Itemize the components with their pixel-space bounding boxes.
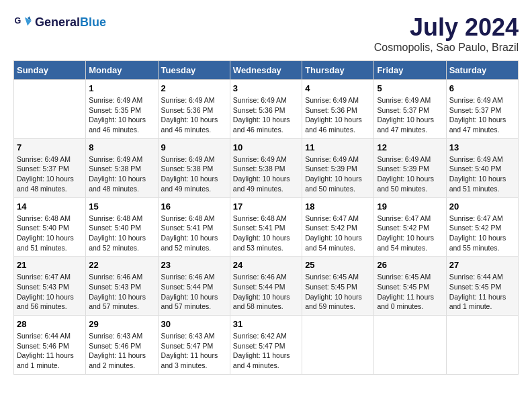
date-number: 14 bbox=[17, 201, 83, 212]
calendar-cell: 11Sunrise: 6:49 AM Sunset: 5:39 PM Dayli… bbox=[302, 138, 374, 197]
date-number: 3 bbox=[233, 83, 299, 93]
page-header: G GeneralBlue July 2024 Cosmopolis, Sao … bbox=[13, 13, 519, 54]
cell-detail: Sunrise: 6:49 AM Sunset: 5:37 PM Dayligh… bbox=[449, 95, 515, 135]
calendar-cell: 28Sunrise: 6:44 AM Sunset: 5:46 PM Dayli… bbox=[14, 316, 86, 375]
cell-detail: Sunrise: 6:49 AM Sunset: 5:38 PM Dayligh… bbox=[89, 154, 154, 194]
date-number: 1 bbox=[89, 83, 154, 93]
cell-detail: Sunrise: 6:47 AM Sunset: 5:42 PM Dayligh… bbox=[449, 214, 515, 253]
date-number: 4 bbox=[305, 83, 371, 93]
date-number: 29 bbox=[89, 319, 154, 329]
calendar-cell: 29Sunrise: 6:43 AM Sunset: 5:46 PM Dayli… bbox=[86, 316, 158, 375]
calendar-cell: 6Sunrise: 6:49 AM Sunset: 5:37 PM Daylig… bbox=[446, 80, 518, 139]
cell-detail: Sunrise: 6:49 AM Sunset: 5:36 PM Dayligh… bbox=[233, 95, 299, 135]
calendar-cell: 17Sunrise: 6:48 AM Sunset: 5:41 PM Dayli… bbox=[230, 197, 302, 257]
calendar-cell: 27Sunrise: 6:44 AM Sunset: 5:45 PM Dayli… bbox=[446, 257, 518, 316]
cell-detail: Sunrise: 6:49 AM Sunset: 5:36 PM Dayligh… bbox=[161, 95, 227, 135]
logo: G GeneralBlue bbox=[13, 13, 106, 32]
calendar-cell: 25Sunrise: 6:45 AM Sunset: 5:45 PM Dayli… bbox=[302, 257, 374, 316]
date-number: 6 bbox=[449, 83, 515, 93]
cell-detail: Sunrise: 6:49 AM Sunset: 5:39 PM Dayligh… bbox=[305, 154, 371, 194]
cell-detail: Sunrise: 6:49 AM Sunset: 5:35 PM Dayligh… bbox=[89, 95, 154, 135]
date-number: 31 bbox=[233, 319, 299, 329]
date-number: 12 bbox=[377, 142, 443, 152]
calendar-cell bbox=[302, 316, 374, 375]
date-number: 19 bbox=[377, 201, 443, 212]
calendar-cell: 31Sunrise: 6:42 AM Sunset: 5:47 PM Dayli… bbox=[230, 316, 302, 375]
calendar-cell: 24Sunrise: 6:46 AM Sunset: 5:44 PM Dayli… bbox=[230, 257, 302, 316]
calendar-cell: 19Sunrise: 6:47 AM Sunset: 5:42 PM Dayli… bbox=[374, 197, 446, 257]
calendar-title: July 2024 bbox=[374, 13, 519, 42]
date-number: 26 bbox=[377, 260, 443, 270]
week-row-2: 7Sunrise: 6:49 AM Sunset: 5:37 PM Daylig… bbox=[14, 138, 519, 197]
calendar-cell: 12Sunrise: 6:49 AM Sunset: 5:39 PM Dayli… bbox=[374, 138, 446, 197]
week-row-3: 14Sunrise: 6:48 AM Sunset: 5:40 PM Dayli… bbox=[14, 197, 519, 257]
cell-detail: Sunrise: 6:45 AM Sunset: 5:45 PM Dayligh… bbox=[377, 272, 443, 312]
calendar-cell: 2Sunrise: 6:49 AM Sunset: 5:36 PM Daylig… bbox=[158, 80, 230, 139]
day-header-friday: Friday bbox=[374, 61, 446, 80]
week-row-5: 28Sunrise: 6:44 AM Sunset: 5:46 PM Dayli… bbox=[14, 316, 519, 375]
calendar-cell bbox=[14, 80, 86, 139]
title-block: July 2024 Cosmopolis, Sao Paulo, Brazil bbox=[374, 13, 519, 54]
cell-detail: Sunrise: 6:47 AM Sunset: 5:43 PM Dayligh… bbox=[17, 272, 83, 312]
day-header-monday: Monday bbox=[86, 61, 158, 80]
date-number: 25 bbox=[305, 260, 371, 270]
logo-icon: G bbox=[13, 13, 32, 32]
cell-detail: Sunrise: 6:49 AM Sunset: 5:38 PM Dayligh… bbox=[161, 154, 227, 194]
calendar-cell: 18Sunrise: 6:47 AM Sunset: 5:42 PM Dayli… bbox=[302, 197, 374, 257]
cell-detail: Sunrise: 6:47 AM Sunset: 5:42 PM Dayligh… bbox=[377, 214, 443, 253]
cell-detail: Sunrise: 6:49 AM Sunset: 5:40 PM Dayligh… bbox=[449, 154, 515, 194]
calendar-cell: 8Sunrise: 6:49 AM Sunset: 5:38 PM Daylig… bbox=[86, 138, 158, 197]
logo-text: GeneralBlue bbox=[35, 16, 106, 30]
cell-detail: Sunrise: 6:48 AM Sunset: 5:40 PM Dayligh… bbox=[89, 214, 154, 253]
date-number: 7 bbox=[17, 142, 83, 152]
calendar-cell bbox=[446, 316, 518, 375]
cell-detail: Sunrise: 6:43 AM Sunset: 5:46 PM Dayligh… bbox=[89, 331, 154, 371]
date-number: 15 bbox=[89, 201, 154, 212]
date-number: 21 bbox=[17, 260, 83, 270]
cell-detail: Sunrise: 6:49 AM Sunset: 5:39 PM Dayligh… bbox=[377, 154, 443, 194]
date-number: 9 bbox=[161, 142, 227, 152]
cell-detail: Sunrise: 6:46 AM Sunset: 5:44 PM Dayligh… bbox=[161, 272, 227, 312]
date-number: 28 bbox=[17, 319, 83, 329]
days-header-row: SundayMondayTuesdayWednesdayThursdayFrid… bbox=[14, 61, 519, 80]
date-number: 30 bbox=[161, 319, 227, 329]
date-number: 22 bbox=[89, 260, 154, 270]
cell-detail: Sunrise: 6:49 AM Sunset: 5:37 PM Dayligh… bbox=[377, 95, 443, 135]
cell-detail: Sunrise: 6:42 AM Sunset: 5:47 PM Dayligh… bbox=[233, 331, 299, 371]
day-header-saturday: Saturday bbox=[446, 61, 518, 80]
date-number: 8 bbox=[89, 142, 154, 152]
calendar-cell: 22Sunrise: 6:46 AM Sunset: 5:43 PM Dayli… bbox=[86, 257, 158, 316]
cell-detail: Sunrise: 6:47 AM Sunset: 5:42 PM Dayligh… bbox=[305, 214, 371, 253]
calendar-cell: 7Sunrise: 6:49 AM Sunset: 5:37 PM Daylig… bbox=[14, 138, 86, 197]
calendar-cell: 20Sunrise: 6:47 AM Sunset: 5:42 PM Dayli… bbox=[446, 197, 518, 257]
cell-detail: Sunrise: 6:49 AM Sunset: 5:36 PM Dayligh… bbox=[305, 95, 371, 135]
cell-detail: Sunrise: 6:48 AM Sunset: 5:41 PM Dayligh… bbox=[233, 214, 299, 253]
calendar-cell: 4Sunrise: 6:49 AM Sunset: 5:36 PM Daylig… bbox=[302, 80, 374, 139]
calendar-cell: 21Sunrise: 6:47 AM Sunset: 5:43 PM Dayli… bbox=[14, 257, 86, 316]
calendar-cell: 14Sunrise: 6:48 AM Sunset: 5:40 PM Dayli… bbox=[14, 197, 86, 257]
date-number: 20 bbox=[449, 201, 515, 212]
calendar-table: SundayMondayTuesdayWednesdayThursdayFrid… bbox=[13, 60, 519, 375]
calendar-cell: 10Sunrise: 6:49 AM Sunset: 5:38 PM Dayli… bbox=[230, 138, 302, 197]
calendar-cell: 13Sunrise: 6:49 AM Sunset: 5:40 PM Dayli… bbox=[446, 138, 518, 197]
day-header-thursday: Thursday bbox=[302, 61, 374, 80]
date-number: 10 bbox=[233, 142, 299, 152]
date-number: 24 bbox=[233, 260, 299, 270]
week-row-4: 21Sunrise: 6:47 AM Sunset: 5:43 PM Dayli… bbox=[14, 257, 519, 316]
calendar-subtitle: Cosmopolis, Sao Paulo, Brazil bbox=[374, 42, 519, 54]
cell-detail: Sunrise: 6:48 AM Sunset: 5:40 PM Dayligh… bbox=[17, 214, 83, 253]
date-number: 17 bbox=[233, 201, 299, 212]
calendar-cell bbox=[374, 316, 446, 375]
calendar-cell: 5Sunrise: 6:49 AM Sunset: 5:37 PM Daylig… bbox=[374, 80, 446, 139]
cell-detail: Sunrise: 6:49 AM Sunset: 5:38 PM Dayligh… bbox=[233, 154, 299, 194]
cell-detail: Sunrise: 6:44 AM Sunset: 5:46 PM Dayligh… bbox=[17, 331, 83, 371]
date-number: 16 bbox=[161, 201, 227, 212]
calendar-cell: 3Sunrise: 6:49 AM Sunset: 5:36 PM Daylig… bbox=[230, 80, 302, 139]
calendar-cell: 30Sunrise: 6:43 AM Sunset: 5:47 PM Dayli… bbox=[158, 316, 230, 375]
calendar-cell: 1Sunrise: 6:49 AM Sunset: 5:35 PM Daylig… bbox=[86, 80, 158, 139]
calendar-cell: 16Sunrise: 6:48 AM Sunset: 5:41 PM Dayli… bbox=[158, 197, 230, 257]
cell-detail: Sunrise: 6:43 AM Sunset: 5:47 PM Dayligh… bbox=[161, 331, 227, 371]
cell-detail: Sunrise: 6:44 AM Sunset: 5:45 PM Dayligh… bbox=[449, 272, 515, 312]
cell-detail: Sunrise: 6:49 AM Sunset: 5:37 PM Dayligh… bbox=[17, 154, 83, 194]
calendar-cell: 26Sunrise: 6:45 AM Sunset: 5:45 PM Dayli… bbox=[374, 257, 446, 316]
